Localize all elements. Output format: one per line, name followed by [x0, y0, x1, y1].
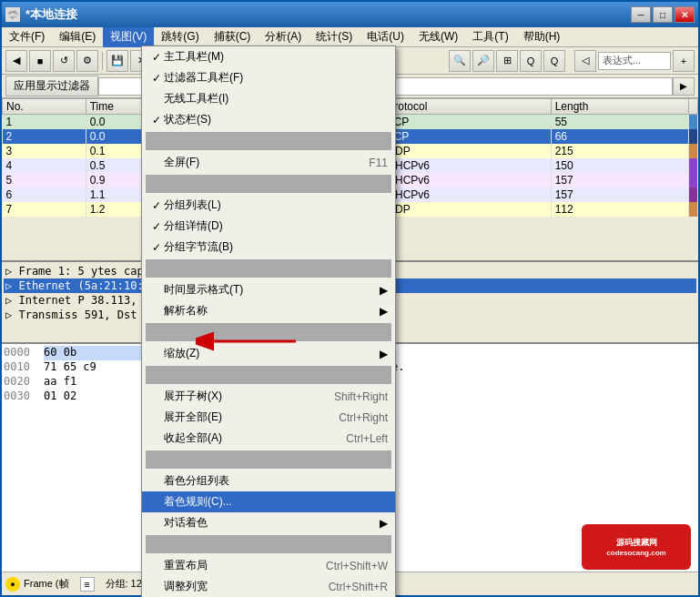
menu-edit[interactable]: 编辑(E) [52, 27, 103, 47]
cell-len: 112 [551, 202, 688, 217]
menu-jump[interactable]: 跳转(G) [154, 27, 206, 47]
cell-proto: DHCPv6 [383, 173, 551, 187]
status-icon2: ≡ [80, 577, 95, 592]
title-bar: 🦈 *本地连接 ─ □ ✕ [2, 2, 698, 27]
title-bar-icons: 🦈 [5, 7, 20, 22]
dropdown-label: 状态栏(S) [164, 112, 388, 127]
dropdown-label: 主工具栏(M) [164, 49, 388, 65]
dropdown-item-11[interactable]: 时间显示格式(T)▶ [142, 279, 395, 300]
toolbar-save[interactable]: 💾 [107, 50, 128, 72]
toolbar-right: 🔍 🔎 ⊞ Q Q ◁ 表达式... + [449, 50, 695, 72]
menu-tools[interactable]: 工具(T) [465, 27, 515, 47]
hex-offset: 0020 [4, 375, 36, 390]
cell-len: 55 [551, 115, 688, 130]
cell-bar [689, 144, 698, 158]
toolbar-restart[interactable]: ↺ [53, 50, 75, 72]
menu-phone[interactable]: 电话(U) [360, 27, 411, 47]
expression-box: 表达式... [598, 52, 671, 70]
dropdown-label: 重置布局 [164, 558, 308, 573]
toolbar-open[interactable]: ⚙ [76, 50, 98, 72]
dropdown-label: 收起全部(A) [164, 430, 328, 446]
dropdown-label: 解析名称 [164, 303, 372, 319]
minimize-button[interactable]: ─ [631, 6, 651, 23]
dropdown-shortcut: Ctrl+Shift+R [329, 581, 388, 593]
cell-no: 1 [3, 115, 86, 130]
cell-proto: UDP [383, 202, 551, 217]
cell-bar [689, 202, 698, 217]
toolbar-arrow-left[interactable]: ◁ [574, 50, 596, 72]
dropdown-label: 展开子树(X) [164, 389, 316, 404]
dropdown-label: 过滤器工具栏(F) [164, 70, 388, 86]
hex-offset: 0000 [4, 346, 36, 360]
dropdown-shortcut: Shift+Right [334, 390, 388, 403]
dropdown-item-8[interactable]: ✓分组详情(D) [142, 216, 395, 237]
dropdown-item-17[interactable]: 展开全部(E)Ctrl+Right [142, 407, 395, 428]
menu-capture[interactable]: 捕获(C) [207, 27, 259, 47]
dropdown-item-9[interactable]: ✓分组字节流(B) [142, 237, 395, 258]
dropdown-item-0[interactable]: ✓主工具栏(M) [142, 46, 395, 67]
dropdown-item-1[interactable]: ✓过滤器工具栏(F) [142, 67, 395, 88]
menu-file[interactable]: 文件(F) [2, 27, 52, 47]
dropdown-label: 分组列表(L) [164, 197, 388, 213]
cell-bar [689, 187, 698, 202]
dropdown-item-2[interactable]: 无线工具栏(I) [142, 88, 395, 109]
col-len[interactable]: Length [551, 99, 688, 115]
close-button[interactable]: ✕ [675, 6, 695, 23]
dropdown-item-16[interactable]: 展开子树(X)Shift+Right [142, 386, 395, 407]
dropdown-separator [146, 175, 391, 193]
toolbar-plus[interactable]: + [673, 50, 695, 72]
dropdown-item-3[interactable]: ✓状态栏(S) [142, 109, 395, 130]
toolbar-zoom-200[interactable]: Q [543, 50, 565, 72]
menu-help[interactable]: 帮助(H) [516, 27, 568, 47]
toolbar-zoom-in[interactable]: 🔍 [449, 50, 471, 72]
dropdown-item-22[interactable]: 对话着色▶ [142, 512, 395, 533]
dropdown-item-24[interactable]: 重置布局Ctrl+Shift+W [142, 555, 395, 576]
menu-analyze[interactable]: 分析(A) [258, 27, 309, 47]
cell-bar [689, 115, 698, 130]
dropdown-item-7[interactable]: ✓分组列表(L) [142, 195, 395, 216]
dropdown-item-12[interactable]: 解析名称▶ [142, 300, 395, 321]
dropdown-shortcut: Ctrl+Shift+W [326, 560, 388, 572]
dropdown-submenu-arrow: ▶ [380, 305, 388, 318]
dropdown-shortcut: Ctrl+Left [346, 432, 388, 445]
toolbar-sep-1 [102, 52, 103, 70]
dropdown-label: 着色规则(C)... [164, 494, 388, 510]
menu-view[interactable]: 视图(V) [103, 27, 154, 47]
dropdown-item-5[interactable]: 全屏(F)F11 [142, 152, 395, 173]
cell-bar [689, 158, 698, 173]
dropdown-submenu-arrow: ▶ [380, 284, 388, 297]
col-no[interactable]: No. [3, 99, 86, 115]
cell-proto: TCP [383, 115, 551, 130]
status-icon: ● [5, 577, 20, 592]
filter-arrow-right[interactable]: ▶ [673, 77, 695, 96]
toolbar-zoom-reset[interactable]: ⊞ [496, 50, 518, 72]
watermark: 源码搜藏网 codesocang.com [582, 524, 691, 570]
cell-len: 150 [551, 158, 688, 173]
dropdown-label: 无线工具栏(I) [164, 91, 388, 106]
status-frame: Frame (帧 [24, 577, 69, 591]
view-dropdown-menu: ✓主工具栏(M)✓过滤器工具栏(F)无线工具栏(I)✓状态栏(S)全屏(F)F1… [141, 46, 396, 597]
app-icon: 🦈 [5, 7, 20, 22]
dropdown-item-21[interactable]: 着色规则(C)... [142, 491, 395, 512]
cell-no: 6 [3, 187, 86, 202]
toolbar-stop-capture[interactable]: ■ [29, 50, 51, 72]
hex-offset: 0030 [4, 390, 36, 404]
dropdown-checkmark: ✓ [149, 114, 164, 126]
maximize-button[interactable]: □ [653, 6, 673, 23]
toolbar-zoom-100[interactable]: Q [520, 50, 542, 72]
dropdown-item-14[interactable]: 缩放(Z)▶ [142, 343, 395, 364]
dropdown-item-20[interactable]: 着色分组列表 [142, 471, 395, 491]
filter-label[interactable]: 应用显示过滤器 [5, 76, 98, 96]
toolbar-zoom-out[interactable]: 🔎 [472, 50, 494, 72]
menu-stats[interactable]: 统计(S) [309, 27, 360, 47]
menu-wireless[interactable]: 无线(W) [411, 27, 465, 47]
toolbar-start-capture[interactable]: ◀ [5, 50, 27, 72]
cell-no: 3 [3, 144, 86, 158]
cell-len: 215 [551, 144, 688, 158]
dropdown-item-25[interactable]: 调整列宽Ctrl+Shift+R [142, 576, 395, 597]
dropdown-item-18[interactable]: 收起全部(A)Ctrl+Left [142, 428, 395, 449]
menu-bar: 文件(F) 编辑(E) 视图(V) 跳转(G) 捕获(C) 分析(A) 统计(S… [2, 27, 698, 47]
col-proto[interactable]: Protocol [383, 99, 551, 115]
dropdown-checkmark: ✓ [149, 199, 164, 212]
cell-len: 157 [551, 173, 688, 187]
